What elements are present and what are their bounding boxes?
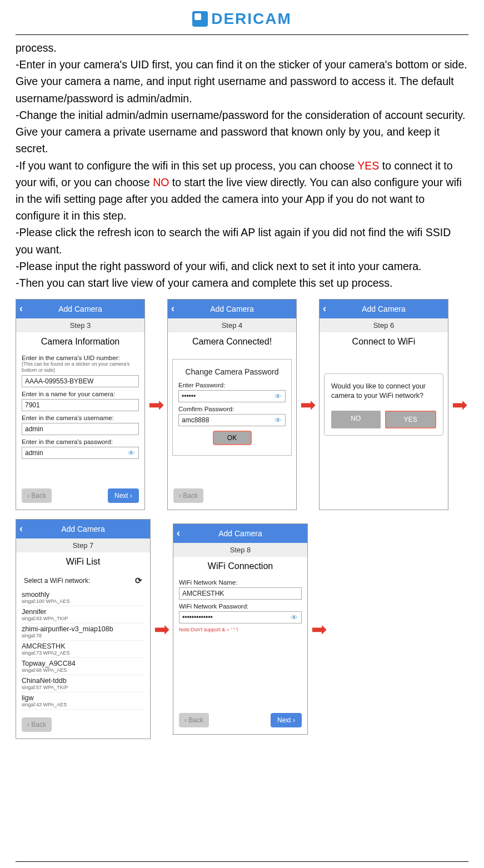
wifi-item[interactable]: ChinaNet-tddbsingal:57 WPA_TKIP [22, 675, 144, 692]
phone-step7: ‹ Add Camera Step 7 WiFi List Select a W… [16, 519, 151, 739]
username-input[interactable]: admin [22, 423, 139, 435]
appbar-title: Add Camera [362, 305, 406, 313]
no-button[interactable]: NO [331, 411, 381, 428]
logo-icon [192, 11, 208, 27]
appbar: ‹ Add Camera [173, 524, 307, 543]
screenshot-row-2: ‹ Add Camera Step 7 WiFi List Select a W… [16, 519, 468, 739]
para-refresh: -Please click the refresh icon to search… [16, 224, 468, 257]
eye-icon[interactable]: 👁 [128, 449, 135, 457]
next-button[interactable]: Next › [108, 488, 139, 503]
appbar-title: Add Camera [58, 305, 102, 313]
appbar-title: Add Camera [210, 305, 254, 313]
step-label: Step 7 [16, 538, 150, 552]
change-password-popup: Change Camera Password Enter Password: •… [172, 359, 292, 456]
para-password: -Please input the right password of your… [16, 258, 468, 275]
screen-title: WiFi List [16, 552, 150, 571]
footer-rule [16, 861, 468, 862]
appbar-title: Add Camera [61, 525, 105, 533]
wifi-password-label: WiFi Network Password: [179, 603, 302, 610]
arrow-icon: ➡ [451, 395, 468, 414]
eye-icon[interactable]: 👁 [291, 613, 298, 622]
phone-step3: ‹ Add Camera Step 3 Camera Information E… [16, 299, 145, 510]
phone-step8: ‹ Add Camera Step 8 WiFi Connection WiFi… [173, 523, 308, 735]
wifi-name-input[interactable]: AMCRESTHK [179, 587, 302, 600]
instruction-text: process. -Enter in your camera's UID fir… [16, 39, 468, 291]
back-icon[interactable]: ‹ [19, 523, 23, 535]
step-label: Step 8 [173, 543, 307, 557]
wifi-name-label: WiFi Network Name: [179, 579, 302, 586]
back-icon[interactable]: ‹ [171, 303, 174, 315]
wifi-item[interactable]: AMCRESTHKsingal:73 WPA2_AES [22, 641, 144, 658]
confirm-password-label: Comfirm Password: [178, 406, 286, 412]
uid-label: Enter in the camera's UID number: [22, 355, 139, 361]
uid-hint: (This can be found on a sticker on your … [22, 361, 139, 373]
para-live-view: -Then you can start live view of your ca… [16, 275, 468, 291]
screen-title: WiFi Connection [173, 557, 307, 576]
brand-text: DERICAM [211, 10, 292, 28]
arrow-icon: ➡ [299, 395, 317, 414]
text-no: NO [153, 176, 169, 188]
phone-step6: ‹ Add Camera Step 6 Connect to WiFi Woul… [319, 299, 448, 510]
wifi-password-input[interactable]: •••••••••••••👁 [179, 611, 302, 623]
screenshot-row-1: ‹ Add Camera Step 3 Camera Information E… [16, 299, 468, 510]
appbar: ‹ Add Camera [16, 300, 144, 318]
dialog-text: Would you like to connect your camera to… [331, 382, 436, 401]
back-icon[interactable]: ‹ [19, 303, 23, 315]
para-change-password: -Change the initial admin/admin username… [16, 107, 468, 157]
wifi-item[interactable]: Jennifersingal:83 WPA_TKIP [22, 606, 144, 623]
screen-title: Connect to WiFi [320, 332, 448, 351]
ok-button[interactable]: OK [213, 431, 252, 445]
wifi-item[interactable]: zhimi-airpurifier-v3_miap108bsingal:78 [22, 623, 144, 641]
back-button[interactable]: ‹ Back [22, 717, 52, 732]
name-label: Enter in a name for your camera: [22, 391, 139, 397]
wifi-item[interactable]: smoothlysingal:100 WPA_AES [22, 589, 144, 606]
arrow-icon: ➡ [153, 620, 171, 638]
password-input[interactable]: admin👁 [22, 447, 139, 459]
back-button[interactable]: ‹ Back [179, 713, 209, 727]
enter-password-label: Enter Password: [178, 382, 286, 388]
arrow-icon: ➡ [147, 395, 165, 414]
name-input[interactable]: 7901 [22, 399, 139, 411]
eye-icon[interactable]: 👁 [275, 392, 282, 401]
yes-button[interactable]: YES [385, 411, 437, 428]
para-wifi-choice: -If you want to configure the wifi in th… [16, 157, 468, 225]
back-icon[interactable]: ‹ [323, 303, 326, 315]
para-uid: -Enter in your camera's UID first, you c… [16, 56, 468, 107]
enter-password-input[interactable]: ••••••👁 [178, 390, 286, 402]
step-label: Step 4 [168, 318, 296, 332]
wifi-item[interactable]: Topway_A9CC84singal:68 WPA_AES [22, 658, 144, 675]
appbar-title: Add Camera [218, 529, 262, 538]
back-button[interactable]: ‹ Back [22, 488, 52, 503]
step-label: Step 6 [320, 318, 448, 332]
header-rule [16, 34, 468, 35]
screen-title: Camera Information [16, 332, 144, 351]
eye-icon[interactable]: 👁 [275, 416, 282, 425]
back-button[interactable]: ‹ Back [173, 488, 203, 503]
arrow-icon: ➡ [310, 620, 328, 638]
popup-title: Change Camera Password [178, 367, 286, 376]
wifi-list: smoothlysingal:100 WPA_AESJennifersingal… [22, 589, 144, 710]
appbar: ‹ Add Camera [16, 520, 150, 538]
uid-input[interactable]: AAAA-099553-BYBEW [22, 375, 139, 387]
next-button[interactable]: Next › [271, 713, 302, 727]
password-note: Note:Don't support & = ' " \ [179, 627, 302, 632]
appbar: ‹ Add Camera [320, 300, 448, 318]
password-label: Enter in the camera's password: [22, 438, 139, 445]
wifi-item[interactable]: ligwsingal:42 WPA_AES [22, 692, 144, 710]
phone-step4: ‹ Add Camera Step 4 Camera Connected! Ch… [167, 299, 297, 510]
step-label: Step 3 [16, 318, 144, 332]
username-label: Enter in the camera's username: [22, 415, 139, 421]
back-icon[interactable]: ‹ [177, 527, 180, 539]
wifi-connect-dialog: Would you like to connect your camera to… [324, 373, 443, 436]
select-wifi-label: Select a WiFi network: [24, 577, 90, 585]
screen-title: Camera Connected! [168, 332, 296, 351]
text-yes: YES [357, 159, 379, 172]
confirm-password-input[interactable]: amc8888👁 [178, 414, 286, 426]
para-process: process. [16, 39, 468, 56]
refresh-icon[interactable]: ⟳ [135, 576, 142, 586]
brand-logo: DERICAM [16, 6, 468, 32]
appbar: ‹ Add Camera [168, 300, 296, 318]
